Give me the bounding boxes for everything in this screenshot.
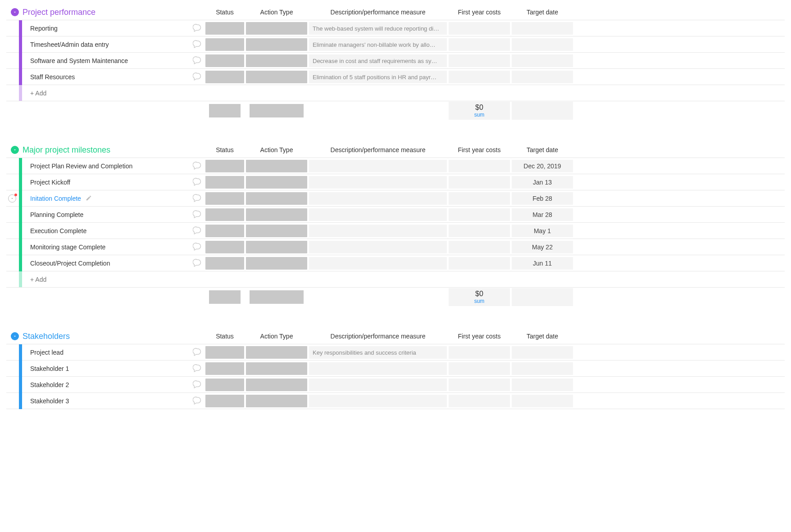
target-date-cell[interactable]: Jun 11 <box>512 257 573 270</box>
col-header-description[interactable]: Description/performance measure <box>308 9 448 16</box>
status-cell[interactable] <box>205 225 244 237</box>
target-date-cell[interactable] <box>512 71 573 83</box>
target-date-cell[interactable] <box>512 54 573 67</box>
comment-icon[interactable] <box>193 40 202 50</box>
description-cell[interactable]: The web-based system will reduce reporti… <box>309 22 447 35</box>
row-name[interactable]: Planning Complete <box>22 211 83 218</box>
status-cell[interactable] <box>205 38 244 51</box>
status-cell[interactable] <box>205 71 244 83</box>
add-row-label[interactable]: + Add <box>22 90 46 97</box>
action-type-cell[interactable] <box>246 160 307 172</box>
description-cell[interactable] <box>309 176 447 189</box>
first-year-costs-cell[interactable] <box>449 160 510 172</box>
table-row[interactable]: ReportingThe web-based system will reduc… <box>6 20 785 36</box>
table-row[interactable]: Software and System MaintenanceDecrease … <box>6 53 785 69</box>
target-date-cell[interactable] <box>512 22 573 35</box>
status-cell[interactable] <box>205 346 244 359</box>
row-name[interactable]: Monitoring stage Complete <box>22 243 105 251</box>
col-header-target_date[interactable]: Target date <box>511 9 574 16</box>
first-year-costs-cell[interactable] <box>449 208 510 221</box>
status-cell[interactable] <box>205 362 244 375</box>
table-row[interactable]: Initation CompleteFeb 28 <box>6 190 785 207</box>
row-name[interactable]: Closeout/Project Completion <box>22 260 110 267</box>
action-type-cell[interactable] <box>246 71 307 83</box>
comment-icon[interactable] <box>193 242 202 252</box>
status-cell[interactable] <box>205 54 244 67</box>
target-date-cell[interactable] <box>512 395 573 407</box>
status-cell[interactable] <box>205 241 244 253</box>
col-header-target_date[interactable]: Target date <box>511 333 574 340</box>
table-row[interactable]: Timesheet/Admin data entryEliminate mana… <box>6 36 785 53</box>
target-date-cell[interactable] <box>512 346 573 359</box>
action-type-cell[interactable] <box>246 225 307 237</box>
description-cell[interactable] <box>309 225 447 237</box>
row-name[interactable]: Staff Resources <box>22 73 75 81</box>
row-name[interactable]: Stakeholder 1 <box>22 365 69 372</box>
description-cell[interactable]: Elimination of 5 staff positions in HR a… <box>309 71 447 83</box>
description-cell[interactable] <box>309 208 447 221</box>
comment-icon[interactable] <box>193 177 202 188</box>
comment-icon[interactable] <box>193 56 202 66</box>
comment-icon[interactable] <box>193 23 202 34</box>
target-date-cell[interactable]: May 22 <box>512 241 573 253</box>
row-name[interactable]: Reporting <box>22 25 58 32</box>
status-cell[interactable] <box>205 379 244 391</box>
action-type-cell[interactable] <box>246 22 307 35</box>
summary-label[interactable]: sum <box>474 298 485 304</box>
action-type-cell[interactable] <box>246 208 307 221</box>
description-cell[interactable] <box>309 160 447 172</box>
target-date-cell[interactable]: Jan 13 <box>512 176 573 189</box>
row-name[interactable]: Timesheet/Admin data entry <box>22 41 109 48</box>
table-row[interactable]: Planning CompleteMar 28 <box>6 207 785 223</box>
target-date-cell[interactable]: Feb 28 <box>512 192 573 205</box>
status-cell[interactable] <box>205 395 244 407</box>
col-header-first_year_costs[interactable]: First year costs <box>448 9 511 16</box>
group-title[interactable]: Major project milestones <box>23 145 110 155</box>
first-year-costs-cell[interactable] <box>449 379 510 391</box>
row-name[interactable]: Execution Complete <box>22 227 86 234</box>
col-header-description[interactable]: Description/performance measure <box>308 146 448 153</box>
first-year-costs-cell[interactable] <box>449 241 510 253</box>
target-date-cell[interactable]: Mar 28 <box>512 208 573 221</box>
col-header-first_year_costs[interactable]: First year costs <box>448 333 511 340</box>
comment-icon[interactable] <box>193 258 202 269</box>
first-year-costs-cell[interactable] <box>449 395 510 407</box>
collapse-icon[interactable] <box>11 332 19 340</box>
table-row[interactable]: Monitoring stage CompleteMay 22 <box>6 239 785 255</box>
collapse-icon[interactable] <box>11 8 19 16</box>
action-type-cell[interactable] <box>246 395 307 407</box>
table-row[interactable]: Staff ResourcesElimination of 5 staff po… <box>6 69 785 85</box>
first-year-costs-cell[interactable] <box>449 257 510 270</box>
status-cell[interactable] <box>205 257 244 270</box>
group-title[interactable]: Project performance <box>23 8 95 17</box>
summary-label[interactable]: sum <box>474 112 485 118</box>
first-year-costs-cell[interactable] <box>449 346 510 359</box>
comment-icon[interactable] <box>193 210 202 220</box>
row-expand-icon[interactable] <box>8 194 16 203</box>
first-year-costs-cell[interactable] <box>449 71 510 83</box>
action-type-cell[interactable] <box>246 241 307 253</box>
table-row[interactable]: Execution CompleteMay 1 <box>6 223 785 239</box>
description-cell[interactable] <box>309 362 447 375</box>
first-year-costs-cell[interactable] <box>449 54 510 67</box>
pencil-icon[interactable] <box>86 195 92 203</box>
collapse-icon[interactable] <box>11 146 19 154</box>
description-cell[interactable]: Decrease in cost and staff requirements … <box>309 54 447 67</box>
row-name[interactable]: Project lead <box>22 349 64 356</box>
col-header-status[interactable]: Status <box>205 333 245 340</box>
first-year-costs-cell[interactable] <box>449 176 510 189</box>
col-header-action_type[interactable]: Action Type <box>245 146 308 153</box>
row-name[interactable]: Project Plan Review and Completion <box>22 162 132 170</box>
action-type-cell[interactable] <box>246 54 307 67</box>
row-name[interactable]: Initation Complete <box>22 195 81 202</box>
first-year-costs-cell[interactable] <box>449 22 510 35</box>
description-cell[interactable] <box>309 379 447 391</box>
add-row-label[interactable]: + Add <box>22 276 46 283</box>
comment-icon[interactable] <box>193 72 202 82</box>
col-header-description[interactable]: Description/performance measure <box>308 333 448 340</box>
comment-icon[interactable] <box>193 347 202 358</box>
description-cell[interactable] <box>309 241 447 253</box>
action-type-cell[interactable] <box>246 176 307 189</box>
table-row[interactable]: Stakeholder 2 <box>6 377 785 393</box>
comment-icon[interactable] <box>193 380 202 390</box>
